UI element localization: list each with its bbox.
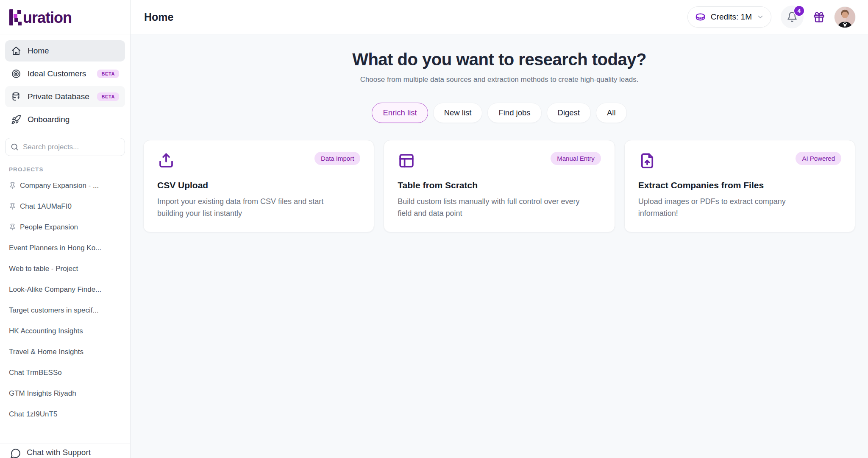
chevron-down-icon (757, 13, 764, 21)
kuration-pixel-k-icon (9, 8, 22, 25)
card-title: Table from Scratch (398, 180, 601, 190)
tab-all[interactable]: All (596, 103, 627, 123)
user-avatar[interactable] (835, 7, 855, 28)
project-item[interactable]: Travel & Home Insights (0, 341, 130, 362)
sidebar-item-ideal-customers[interactable]: Ideal Customers BETA (5, 63, 125, 84)
card-csv-upload[interactable]: Data Import CSV Upload Import your exist… (143, 140, 374, 232)
project-label: Chat 1AUMaFI0 (20, 202, 72, 211)
sidebar-nav: Home Ideal Customers BETA Private Databa… (0, 34, 130, 132)
pin-icon (9, 223, 16, 231)
card-title: Extract Companies from Files (638, 180, 841, 190)
pin-icon (9, 182, 16, 189)
chat-with-support-button[interactable]: Chat with Support (0, 444, 130, 458)
project-label: Event Planners in Hong Ko... (9, 244, 101, 252)
sidebar-item-label: Onboarding (28, 115, 70, 124)
project-item[interactable]: GTM Insights Riyadh (0, 383, 130, 404)
page-title: Home (144, 11, 173, 23)
avatar-image (835, 7, 855, 28)
project-label: Travel & Home Insights (9, 348, 83, 356)
project-label: Company Expansion - ... (20, 182, 99, 190)
tab-digest[interactable]: Digest (547, 103, 591, 123)
project-label: Chat TrmBESSo (9, 369, 62, 377)
projects-section-label: PROJECTS (9, 166, 130, 173)
project-label: Target customers in specif... (9, 306, 99, 315)
projects-list: Company Expansion - ... Chat 1AUMaFI0 Pe… (0, 175, 130, 444)
project-item-pinned[interactable]: Company Expansion - ... (0, 175, 130, 196)
rewards-button[interactable] (813, 11, 825, 23)
app-window: uration Home Ideal Customers BETA Privat… (0, 0, 868, 458)
project-item[interactable]: Web to table - Project (0, 258, 130, 279)
top-bar: Home Credits: 1M 4 (131, 0, 868, 34)
pin-icon (9, 203, 16, 210)
gift-icon (813, 11, 825, 23)
sidebar-item-private-database[interactable]: Private Database BETA (5, 86, 125, 107)
beta-badge: BETA (97, 92, 119, 101)
project-label: People Expansion (20, 223, 78, 232)
sidebar-item-onboarding[interactable]: Onboarding (5, 109, 125, 130)
sidebar: uration Home Ideal Customers BETA Privat… (0, 0, 131, 458)
sidebar-item-home[interactable]: Home (5, 40, 125, 61)
credits-coin-icon (695, 11, 706, 23)
tab-find-jobs[interactable]: Find jobs (487, 103, 541, 123)
database-bolt-icon (11, 92, 21, 102)
search-icon (10, 142, 19, 151)
option-cards: Data Import CSV Upload Import your exist… (143, 140, 855, 232)
home-icon (11, 46, 21, 56)
card-description: Import your existing data from CSV files… (157, 196, 344, 220)
card-badge: Data Import (314, 152, 360, 165)
card-title: CSV Upload (157, 180, 360, 190)
credits-label: Credits: 1M (711, 12, 752, 22)
project-item[interactable]: Chat 1zI9UnT5 (0, 404, 130, 424)
sidebar-item-label: Home (28, 46, 49, 56)
project-item[interactable]: Chat TrmBESSo (0, 362, 130, 383)
beta-badge: BETA (97, 70, 119, 78)
file-upload-icon (638, 152, 656, 170)
project-label: Look-Alike Company Finde... (9, 285, 101, 294)
project-label: GTM Insights Riyadh (9, 389, 76, 398)
notification-count-badge: 4 (793, 5, 805, 17)
notifications-button[interactable]: 4 (781, 6, 804, 28)
card-extract-companies-from-files[interactable]: AI Powered Extract Companies from Files … (624, 140, 855, 232)
card-description: Upload images or PDFs to extract company… (638, 196, 825, 220)
project-label: HK Accounting Insights (9, 327, 83, 335)
project-item[interactable]: HK Accounting Insights (0, 321, 130, 341)
table-icon (398, 152, 415, 170)
card-table-from-scratch[interactable]: Manual Entry Table from Scratch Build cu… (384, 140, 615, 232)
card-badge: Manual Entry (551, 152, 601, 165)
project-label: Chat 1zI9UnT5 (9, 410, 57, 419)
project-item[interactable]: Event Planners in Hong Ko... (0, 237, 130, 258)
credits-dropdown[interactable]: Credits: 1M (687, 6, 771, 28)
rocket-icon (11, 114, 21, 125)
project-item[interactable]: Target customers in specif... (0, 300, 130, 321)
card-badge: AI Powered (796, 152, 841, 165)
project-search (5, 138, 125, 156)
logo-text: uration (23, 10, 72, 25)
content: What do you want to research today? Choo… (131, 34, 868, 458)
sidebar-item-label: Ideal Customers (28, 69, 86, 78)
chat-with-support-label: Chat with Support (27, 448, 91, 457)
card-description: Build custom lists manually with full co… (398, 196, 584, 220)
chat-bubble-icon (10, 448, 21, 458)
project-label: Web to table - Project (9, 265, 78, 273)
hero-heading: What do you want to research today? (131, 50, 868, 69)
target-icon (11, 69, 21, 79)
sidebar-item-label: Private Database (28, 92, 89, 101)
project-item-pinned[interactable]: People Expansion (0, 217, 130, 237)
project-item[interactable]: Look-Alike Company Finde... (0, 279, 130, 300)
tab-enrich-list[interactable]: Enrich list (372, 103, 428, 123)
logo[interactable]: uration (0, 0, 130, 34)
project-item-pinned[interactable]: Chat 1AUMaFI0 (0, 196, 130, 217)
filter-tabs: Enrich list New list Find jobs Digest Al… (131, 103, 868, 123)
upload-icon (157, 152, 175, 170)
tab-new-list[interactable]: New list (433, 103, 483, 123)
hero-subheading: Choose from multiple data sources and ex… (131, 75, 868, 84)
main-area: Home Credits: 1M 4 Wha (131, 0, 868, 458)
search-input[interactable] (5, 138, 125, 156)
